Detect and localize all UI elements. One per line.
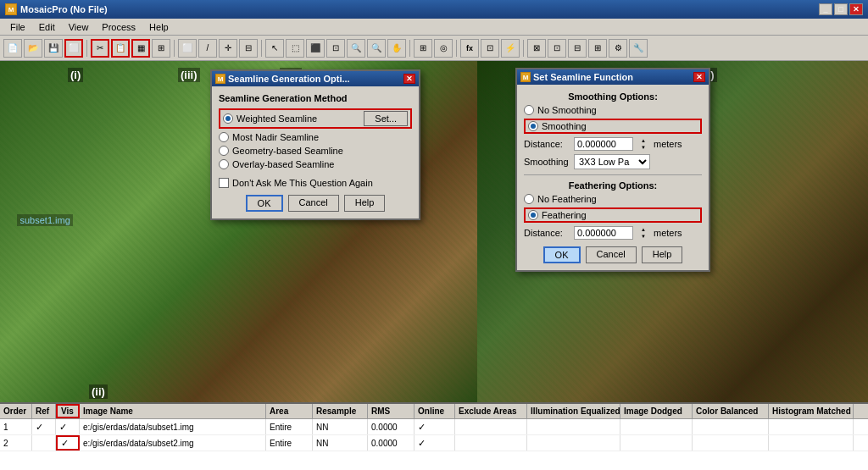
checkbox-row: Don't Ask Me This Question Again — [219, 178, 412, 188]
th-illum: Illumination Equalized — [527, 404, 620, 418]
feathering-up-btn[interactable]: ▲ — [637, 226, 649, 233]
menu-view[interactable]: View — [62, 20, 96, 34]
distance-up-btn[interactable]: ▲ — [637, 137, 649, 144]
arrow-button[interactable]: ↖ — [265, 39, 284, 58]
smoothing-select[interactable]: 3X3 Low Pa — [574, 154, 650, 169]
feathering-option[interactable]: Feathering — [524, 207, 702, 223]
td-area-2: Entire — [266, 435, 313, 451]
feathering-down-btn[interactable]: ▼ — [637, 233, 649, 240]
tool4-button[interactable]: ⊟ — [568, 39, 587, 58]
th-dodged: Image Dodged — [620, 404, 693, 418]
minimize-button[interactable]: _ — [819, 3, 832, 15]
menu-edit[interactable]: Edit — [32, 20, 62, 34]
th-order: Order — [0, 404, 32, 418]
seamline-dialog-title: Seamline Generation Opti... — [228, 74, 350, 84]
radio-weighted[interactable] — [223, 113, 233, 124]
th-exclude: Exclude Areas — [455, 404, 527, 418]
sync-button[interactable]: ◎ — [434, 39, 453, 58]
smoothing-type-row: Smoothing 3X3 Low Pa — [524, 154, 702, 169]
tool2-button[interactable]: ⊠ — [527, 39, 546, 58]
zoom-rect-button[interactable]: ⬜ — [178, 39, 197, 58]
menu-help[interactable]: Help — [142, 20, 175, 34]
td-name-1: e:/gis/erdas/data/subset1.img — [80, 419, 266, 434]
seamline-ok-button[interactable]: OK — [246, 195, 283, 212]
seamline-option-1[interactable]: Most Nadir Seamline — [219, 132, 412, 142]
seamline-section-title: Seamline Generation Method — [219, 93, 412, 103]
fx-button[interactable]: fx — [460, 39, 479, 58]
tool3-button[interactable]: ⊡ — [548, 39, 566, 58]
seamline-cancel-button[interactable]: Cancel — [288, 195, 339, 212]
maximize-button[interactable]: □ — [834, 3, 848, 15]
close-button[interactable]: ✕ — [849, 3, 863, 15]
export-button[interactable]: ⊟ — [239, 39, 258, 58]
function-cancel-button[interactable]: Cancel — [586, 246, 637, 263]
td-rms-1: 0.0000 — [368, 419, 415, 434]
label-i: (i) — [68, 68, 83, 82]
open-button[interactable]: 📂 — [24, 39, 42, 58]
dont-ask-checkbox[interactable] — [219, 178, 229, 188]
table-row: 2 ✓ e:/gis/erdas/data/subset2.img Entire… — [0, 435, 868, 451]
td-vis-1: ✓ — [56, 419, 80, 434]
td-color-1 — [693, 419, 769, 434]
feathering-distance-input[interactable] — [574, 226, 633, 240]
function-dialog-close[interactable]: ✕ — [693, 72, 705, 82]
function-help-button[interactable]: Help — [642, 246, 683, 263]
seamline-option-2[interactable]: Geometry-based Seamline — [219, 146, 412, 156]
tool6-button[interactable]: ⚙ — [609, 39, 627, 58]
pan-button[interactable]: ✋ — [387, 39, 406, 58]
zoom-in-button[interactable]: 🔍 — [347, 39, 365, 58]
tool7-button[interactable]: 🔧 — [629, 39, 648, 58]
td-resample-2: NN — [313, 435, 368, 451]
copy-button[interactable]: ⬜ — [64, 39, 83, 58]
td-ref-1: ✓ — [32, 419, 56, 434]
menu-file[interactable]: File — [3, 20, 32, 34]
smoothing-section-title: Smoothing Options: — [524, 91, 702, 102]
fit-button[interactable]: ⊡ — [326, 39, 345, 58]
lightning-button[interactable]: ⚡ — [501, 39, 520, 58]
radio-overlay[interactable] — [219, 159, 229, 169]
no-feathering-option[interactable]: No Feathering — [524, 194, 702, 204]
smoothing-option[interactable]: Smoothing — [524, 119, 702, 134]
zoom-out-button[interactable]: 🔍 — [367, 39, 386, 58]
save-button[interactable]: 💾 — [44, 39, 63, 58]
cut-button[interactable]: ✂ — [91, 39, 109, 58]
menu-process[interactable]: Process — [95, 20, 142, 34]
set-button[interactable]: Set... — [364, 111, 408, 126]
no-smoothing-option[interactable]: No Smoothing — [524, 105, 702, 115]
table-button[interactable]: ⊞ — [152, 39, 170, 58]
function-ok-button[interactable]: OK — [543, 246, 581, 263]
paste-button[interactable]: 📋 — [111, 39, 130, 58]
td-illum-1 — [527, 419, 620, 434]
radio-geometry[interactable] — [219, 146, 229, 156]
radio-nadir[interactable] — [219, 132, 229, 142]
resize-button[interactable]: ⬛ — [306, 39, 325, 58]
distance-input[interactable] — [574, 137, 633, 151]
new-button[interactable]: 📄 — [3, 39, 22, 58]
radio-smoothing[interactable] — [528, 121, 538, 131]
app-title: MosaicPro (No File) — [20, 4, 108, 14]
cross-button[interactable]: ✛ — [219, 39, 237, 58]
seamline-option-0[interactable]: Weighted Seamline Set... — [219, 108, 412, 129]
label-iii: (iii) — [178, 68, 200, 82]
seamline-dialog-content: Seamline Generation Method Weighted Seam… — [212, 86, 419, 218]
radio-no-feathering[interactable] — [524, 194, 534, 204]
smoothing-distance-row: Distance: ▲ ▼ meters — [524, 137, 702, 151]
main-area: (i) (iii) (iv) (v) (vi) subset1.img M Se… — [0, 61, 868, 402]
select2-button[interactable]: ⬚ — [286, 39, 304, 58]
radio-no-smoothing[interactable] — [524, 105, 534, 115]
td-name-2: e:/gis/erdas/data/subset2.img — [80, 435, 266, 451]
link-button[interactable]: ⊞ — [414, 39, 432, 58]
radio-feathering[interactable] — [528, 210, 538, 220]
select-button[interactable]: ▦ — [131, 39, 150, 58]
tool5-button[interactable]: ⊞ — [588, 39, 607, 58]
seamline-dialog-icon: M — [215, 74, 225, 84]
seamline-dialog-close[interactable]: ✕ — [403, 74, 415, 84]
tool1-button[interactable]: ⊡ — [481, 39, 499, 58]
distance-down-btn[interactable]: ▼ — [637, 144, 649, 151]
seamline-option-3[interactable]: Overlay-based Seamline — [219, 159, 412, 169]
seamline-help-button[interactable]: Help — [344, 195, 386, 212]
td-online-1: ✓ — [415, 419, 455, 434]
line-button[interactable]: / — [198, 39, 217, 58]
seamline-buttons: OK Cancel Help — [219, 195, 412, 212]
no-smoothing-label: No Smoothing — [537, 105, 597, 115]
